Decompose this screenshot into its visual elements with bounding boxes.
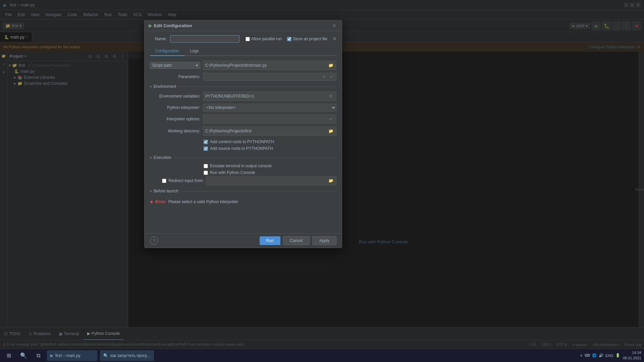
execution-section[interactable]: ▾ Execution: [150, 155, 336, 160]
script-path-value: C:\Python\myProjects\first\main.py: [205, 63, 267, 68]
add-source-roots-label: Add source roots to PYTHONPATH: [210, 146, 273, 151]
add-source-roots-checkbox[interactable]: [204, 146, 208, 151]
emulate-terminal-label: Emulate terminal in output console: [210, 164, 272, 168]
emulate-terminal-checkbox[interactable]: [204, 164, 208, 168]
clock[interactable]: 14:34 08.01.2021: [623, 350, 641, 361]
redirect-input-field[interactable]: 📁: [206, 176, 336, 185]
taskbar-right: ∧ ⌨ 🌐 🔊 ENG 🔋 14:34 08.01.2021: [580, 350, 641, 361]
env-vars-input[interactable]: PYTHONUNBUFFERED=1 ⎘: [203, 92, 336, 101]
allow-parallel-checkbox-label[interactable]: Allow parallel run: [246, 37, 282, 41]
working-dir-value: C:\Python\myProjects\first: [205, 129, 252, 133]
python-interp-select[interactable]: <No interpreter>: [203, 104, 336, 112]
name-label: Name:: [150, 37, 167, 41]
error-circle-icon: ●: [150, 199, 153, 205]
footer-buttons: Run Cancel Apply: [260, 236, 336, 245]
store-project-text: Store as project file: [293, 37, 327, 41]
working-dir-row: Working directory: C:\Python\myProjects\…: [150, 126, 336, 136]
environment-label: Environment: [154, 84, 176, 89]
search-button[interactable]: 🔍: [17, 350, 30, 362]
dialog-title-text: Edit Configuration: [154, 23, 192, 28]
script-path-dropdown[interactable]: Script path: ▾: [150, 62, 200, 69]
allow-parallel-checkbox[interactable]: [246, 37, 250, 41]
redirect-input-checkbox[interactable]: [162, 179, 166, 183]
add-source-roots-row[interactable]: Add source roots to PYTHONPATH: [150, 145, 336, 152]
redirect-input-row: Redirect input from: 📁: [150, 176, 336, 185]
dialog-title-icon: ▶: [149, 23, 152, 28]
emulate-terminal-row[interactable]: Emulate terminal in output console: [150, 163, 336, 169]
start-button[interactable]: ⊞: [3, 350, 15, 362]
run-python-console-checkbox[interactable]: [204, 171, 208, 175]
store-project-checkbox[interactable]: [287, 37, 291, 41]
add-content-roots-label: Add content roots to PYTHONPATH: [210, 139, 274, 144]
taskview-button[interactable]: ⧉: [32, 350, 44, 362]
parameters-row: Parameters: + ⤢: [150, 73, 336, 81]
exec-arrow-icon: ▾: [150, 156, 152, 160]
cancel-button[interactable]: Cancel: [283, 236, 310, 245]
interp-options-label: Interpreter options:: [150, 117, 200, 121]
clock-date: 08.01.2021: [623, 356, 641, 361]
taskbar-jetbrains[interactable]: ▶ first – main.py: [47, 350, 97, 361]
help-button[interactable]: ?: [150, 237, 158, 245]
redirect-browse-icon[interactable]: 📁: [327, 177, 334, 184]
run-python-console-label: Run with Python Console: [210, 170, 255, 175]
add-content-roots-row[interactable]: Add content roots to PYTHONPATH: [150, 138, 336, 145]
script-path-input[interactable]: C:\Python\myProjects\first\main.py 📁: [203, 61, 336, 70]
interp-options-input[interactable]: ⤢: [203, 114, 336, 124]
tray-icons: ∧ ⌨ 🌐 🔊 ENG 🔋: [580, 353, 620, 358]
name-input[interactable]: [170, 35, 239, 43]
dialog-tabs: Configuration Logs: [150, 47, 336, 56]
parameters-input[interactable]: + ⤢: [203, 73, 336, 81]
dialog-close-button[interactable]: ×: [331, 22, 338, 29]
params-expand-icon[interactable]: ⤢: [328, 73, 335, 80]
script-path-browse-icon[interactable]: 📁: [327, 62, 334, 69]
tray-up-icon[interactable]: ∧: [580, 353, 583, 358]
network-icon[interactable]: 🌐: [592, 353, 597, 358]
store-project-checkbox-label[interactable]: Store as project file: [287, 37, 327, 41]
env-vars-copy-icon[interactable]: ⎘: [327, 93, 334, 100]
checkboxes-area: Allow parallel run Store as project file…: [246, 37, 336, 41]
params-add-icon[interactable]: +: [321, 73, 327, 80]
modal-overlay: ▶ Edit Configuration × Name: Allow paral…: [0, 0, 644, 349]
interp-options-expand-icon[interactable]: ⤢: [327, 116, 334, 122]
clock-time: 14:34: [623, 350, 641, 355]
env-vars-row: Environment variables: PYTHONUNBUFFERED=…: [150, 92, 336, 101]
keyboard-icon[interactable]: ⌨: [585, 353, 590, 358]
environment-section[interactable]: ▾ Environment: [150, 84, 336, 89]
taskbar-left: ⊞ 🔍 ⧉ ▶ first – main.py 🔍 как запустить …: [3, 350, 154, 362]
launch-divider: [180, 191, 336, 191]
name-row: Name: Allow parallel run Store as projec…: [150, 35, 336, 43]
volume-icon[interactable]: 🔊: [599, 353, 603, 358]
dialog-titlebar[interactable]: ▶ Edit Configuration ×: [145, 20, 342, 31]
logs-tab-label: Logs: [190, 49, 199, 53]
battery-icon[interactable]: 🔋: [615, 353, 620, 358]
dialog-footer: ? Run Cancel Apply: [145, 233, 342, 248]
jetbrains-icon: ▶: [50, 353, 53, 358]
launch-arrow-icon: ▾: [150, 189, 152, 193]
tab-configuration[interactable]: Configuration: [150, 47, 184, 56]
search-app-label: как запустить прогр...: [110, 353, 151, 358]
error-label: Error:: [155, 199, 166, 204]
before-launch-label: Before launch: [154, 189, 178, 193]
run-button[interactable]: Run: [260, 236, 280, 245]
exec-divider: [173, 158, 336, 158]
taskbar-search-app[interactable]: 🔍 как запустить прогр...: [100, 350, 154, 361]
script-path-label: Script path:: [152, 63, 173, 68]
error-message: Please select a valid Python interpreter: [168, 199, 238, 204]
language-label[interactable]: ENG: [605, 354, 613, 358]
error-row: ● Error: Please select a valid Python in…: [150, 196, 336, 207]
apply-button[interactable]: Apply: [312, 236, 336, 245]
help-icon: ?: [153, 238, 155, 243]
env-vars-label: Environment variables:: [150, 94, 200, 99]
env-arrow-icon: ▾: [150, 85, 152, 88]
search-app-icon: 🔍: [103, 353, 108, 358]
add-content-roots-checkbox[interactable]: [204, 140, 208, 144]
working-dir-input[interactable]: C:\Python\myProjects\first 📁: [203, 126, 336, 136]
working-dir-browse-icon[interactable]: 📁: [327, 128, 334, 134]
config-tab-label: Configuration: [155, 49, 179, 53]
store-project-gear-icon[interactable]: ⚙: [333, 37, 336, 41]
tab-logs[interactable]: Logs: [184, 47, 204, 56]
run-python-console-row[interactable]: Run with Python Console: [150, 169, 336, 176]
before-launch-section[interactable]: ▾ Before launch: [150, 189, 336, 193]
dialog-title: ▶ Edit Configuration: [149, 23, 192, 28]
interp-options-row: Interpreter options: ⤢: [150, 114, 336, 124]
